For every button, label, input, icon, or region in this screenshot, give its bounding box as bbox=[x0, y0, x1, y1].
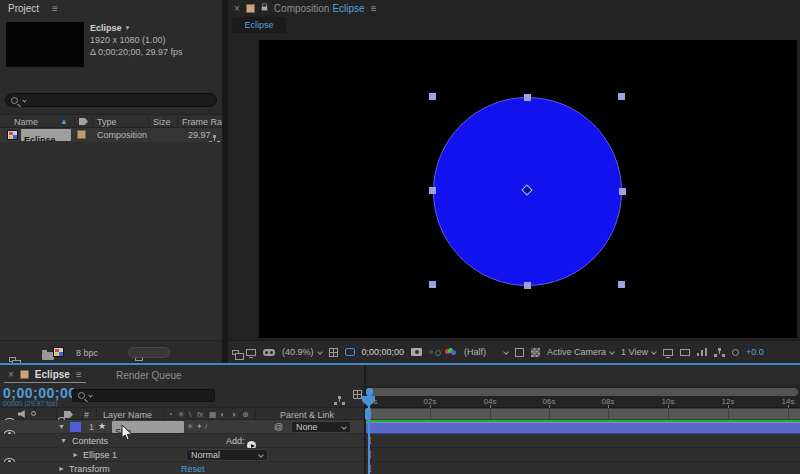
preview-monitor-icon[interactable] bbox=[246, 349, 256, 356]
selection-handle-top-left[interactable] bbox=[429, 93, 436, 100]
project-list-empty-area[interactable] bbox=[0, 142, 222, 340]
tab-render-queue[interactable]: Render Queue bbox=[116, 370, 182, 381]
panel-menu-icon[interactable]: ≡ bbox=[76, 369, 82, 380]
selection-handle-mid-left[interactable] bbox=[429, 187, 436, 194]
exposure-value[interactable]: +0.0 bbox=[746, 347, 764, 357]
selection-handle-bottom-center[interactable] bbox=[524, 282, 531, 289]
ellipse-label[interactable]: Ellipse 1 bbox=[83, 450, 117, 460]
selection-handle-bottom-left[interactable] bbox=[429, 281, 436, 288]
column-size[interactable]: Size bbox=[153, 117, 171, 127]
layer-row-sun[interactable]: ▼ 1 ★ Sun ✳ ✦ / @ None bbox=[0, 420, 364, 434]
grid-guides-icon[interactable] bbox=[329, 348, 338, 357]
resolution-dropdown[interactable]: (Half) bbox=[464, 347, 508, 357]
current-timecode[interactable]: 0;00;00;00 bbox=[3, 385, 77, 401]
selection-handle-mid-right[interactable] bbox=[619, 188, 626, 195]
pixel-aspect-icon[interactable] bbox=[680, 349, 690, 356]
view-layout-dropdown[interactable]: 1 View bbox=[621, 347, 656, 357]
column-number[interactable]: # bbox=[84, 410, 89, 420]
label-color-swatch[interactable] bbox=[77, 130, 86, 139]
bit-depth-button[interactable]: 8 bpc bbox=[76, 348, 98, 358]
selection-handle-bottom-right[interactable] bbox=[618, 281, 625, 288]
lock-icon[interactable] bbox=[262, 7, 268, 11]
layer-collapse-switch-icon[interactable]: ✳ bbox=[187, 422, 194, 431]
transform-reset-link[interactable]: Reset bbox=[181, 464, 205, 474]
audio-column-icon[interactable] bbox=[18, 410, 27, 418]
layer-effects-switch-icon[interactable]: ✦ bbox=[196, 422, 203, 431]
snapshot-stack-icon[interactable] bbox=[232, 350, 239, 355]
fast-previews-icon[interactable] bbox=[697, 348, 707, 356]
switch-fx-icon[interactable]: fx bbox=[197, 410, 203, 419]
new-composition-icon[interactable] bbox=[53, 347, 64, 357]
composition-viewer[interactable] bbox=[259, 40, 797, 338]
reset-exposure-icon[interactable] bbox=[732, 349, 739, 356]
label-column-icon[interactable] bbox=[64, 411, 73, 418]
selected-item-name[interactable]: Eclipse bbox=[21, 129, 71, 141]
pickwhip-icon[interactable]: @ bbox=[274, 422, 283, 432]
mini-flowchart-icon[interactable] bbox=[714, 348, 725, 357]
ellipse-row[interactable]: ► Ellipse 1 Normal bbox=[0, 448, 364, 462]
column-parent-link[interactable]: Parent & Link bbox=[280, 410, 334, 420]
solo-column-icon[interactable] bbox=[31, 411, 36, 416]
contents-row[interactable]: ▼ Contents Add: bbox=[0, 434, 364, 448]
work-area-bar[interactable] bbox=[366, 408, 800, 420]
switch-frame-blend-icon[interactable]: ▦ bbox=[209, 410, 217, 419]
parent-dropdown[interactable]: None bbox=[291, 421, 351, 433]
switch-quality-icon[interactable]: \ bbox=[189, 410, 191, 419]
shared-view-icon[interactable] bbox=[663, 349, 673, 356]
column-type[interactable]: Type bbox=[97, 117, 117, 127]
magnification-dropdown[interactable]: (40.9%) bbox=[282, 347, 322, 357]
viewer-timecode[interactable]: 0;00;00;00 bbox=[362, 347, 405, 357]
snapshot-camera-icon[interactable] bbox=[411, 348, 422, 356]
viewer-tab-eclipse[interactable]: Eclipse bbox=[232, 17, 286, 33]
column-name[interactable]: Name bbox=[14, 117, 38, 127]
switch-motion-blur-icon[interactable]: ◐ bbox=[220, 410, 225, 419]
shy-toggle-icon[interactable] bbox=[353, 390, 362, 399]
project-search-input[interactable] bbox=[5, 93, 217, 107]
column-frame-rate[interactable]: Frame Ra.. bbox=[182, 117, 227, 127]
table-row[interactable]: Eclipse Composition 29.97 bbox=[0, 128, 222, 142]
close-icon[interactable]: × bbox=[234, 3, 240, 14]
timeline-track-area[interactable]: :00s 02s 04s 06s 08s 10s 12s 14s bbox=[366, 385, 800, 474]
layer-disclosure-icon[interactable]: ▼ bbox=[58, 423, 65, 430]
close-icon[interactable]: × bbox=[8, 369, 14, 380]
transform-disclosure-icon[interactable]: ► bbox=[58, 465, 65, 472]
chevron-down-icon[interactable]: ▼ bbox=[125, 25, 131, 31]
transform-label[interactable]: Transform bbox=[69, 464, 110, 474]
time-navigator-start-handle[interactable] bbox=[366, 388, 373, 396]
region-of-interest-icon[interactable] bbox=[515, 348, 524, 357]
time-ruler[interactable]: :00s 02s 04s 06s 08s 10s 12s 14s bbox=[366, 396, 800, 408]
switch-3d-icon[interactable]: ⊕ bbox=[242, 410, 249, 419]
column-layer-name[interactable]: Layer Name bbox=[103, 410, 152, 420]
composition-mini-flowchart-icon[interactable] bbox=[334, 396, 345, 405]
blend-mode-dropdown[interactable]: Normal bbox=[186, 449, 268, 461]
switch-shy-icon[interactable]: ◔ bbox=[168, 410, 173, 419]
transparency-grid-icon[interactable] bbox=[531, 348, 540, 357]
ellipse-disclosure-icon[interactable]: ► bbox=[72, 451, 79, 458]
composition-panel-tab[interactable]: × Composition Eclipse ≡ bbox=[234, 2, 377, 15]
switch-collapse-icon[interactable]: ✳ bbox=[178, 410, 185, 419]
mask-path-visibility-icon[interactable] bbox=[345, 348, 355, 356]
time-navigator-bar[interactable] bbox=[366, 388, 798, 396]
show-snapshot-icon[interactable] bbox=[429, 350, 433, 354]
label-column-icon[interactable] bbox=[79, 118, 88, 125]
transform-row[interactable]: ► Transform Reset bbox=[0, 462, 364, 474]
3d-view-dropdown[interactable]: Active Camera bbox=[547, 347, 614, 357]
selection-handle-top-center[interactable] bbox=[524, 94, 531, 101]
layer-duration-bar[interactable] bbox=[366, 422, 800, 434]
interpret-footage-icon[interactable] bbox=[9, 357, 16, 362]
layer-quality-switch-icon[interactable]: / bbox=[205, 422, 207, 431]
switch-adjustment-icon[interactable]: ◑ bbox=[231, 410, 236, 419]
selection-handle-top-right[interactable] bbox=[618, 93, 625, 100]
project-panel-menu-icon[interactable]: ≡ bbox=[52, 3, 58, 14]
sort-ascending-icon[interactable]: ▲ bbox=[60, 117, 68, 126]
project-item-name[interactable]: Eclipse bbox=[90, 23, 122, 33]
contents-disclosure-icon[interactable]: ▼ bbox=[60, 437, 67, 444]
panel-menu-icon[interactable]: ≡ bbox=[371, 3, 377, 14]
playhead-handle[interactable] bbox=[365, 408, 371, 420]
channel-settings-icon[interactable] bbox=[445, 348, 457, 356]
vr-goggles-icon[interactable] bbox=[263, 349, 275, 356]
project-panel-title[interactable]: Project bbox=[8, 3, 39, 14]
timeline-search-input[interactable] bbox=[72, 389, 215, 402]
timeline-tab-eclipse[interactable]: × Eclipse ≡ bbox=[4, 367, 86, 383]
layer-label-swatch[interactable] bbox=[70, 422, 81, 432]
